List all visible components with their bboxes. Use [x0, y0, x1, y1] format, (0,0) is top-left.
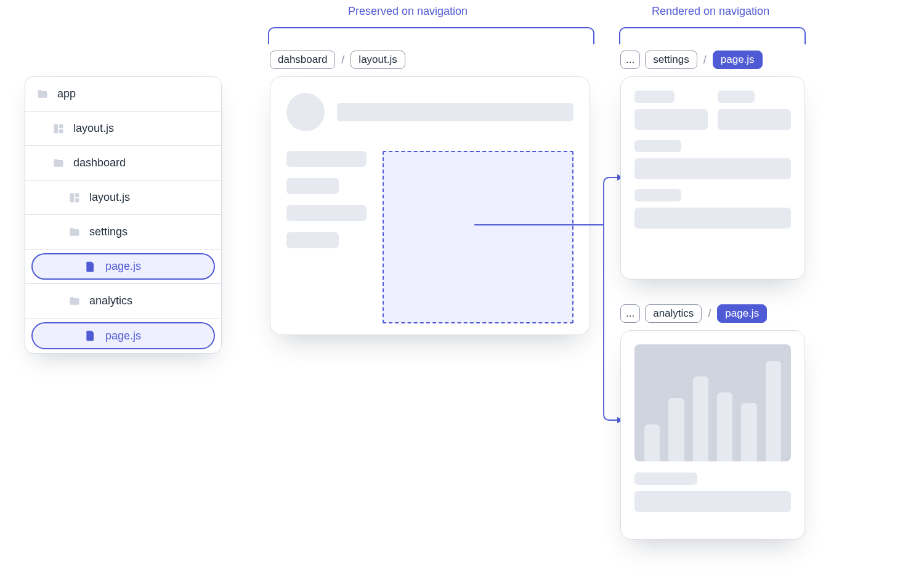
section-label-rendered: Rendered on navigation: [652, 5, 769, 18]
breadcrumb-segment-active: page.js: [713, 51, 763, 69]
layout-wireframe: [270, 76, 590, 335]
section-label-preserved: Preserved on navigation: [348, 5, 468, 18]
breadcrumb-segment: dahsboard: [270, 51, 335, 69]
breadcrumb-separator: /: [708, 307, 711, 320]
folder-icon: [52, 157, 65, 169]
folder-icon: [68, 295, 81, 307]
chart-bar: [766, 361, 781, 461]
chart-bar: [693, 376, 708, 461]
folder-icon: [36, 88, 49, 100]
chart-bar: [717, 392, 732, 461]
breadcrumb-settings: ... settings / page.js: [620, 51, 763, 69]
settings-wireframe: [620, 76, 805, 280]
svg-rect-0: [54, 124, 59, 133]
bracket-preserved: [268, 27, 594, 44]
svg-rect-1: [59, 124, 63, 128]
file-tree-item: settings: [25, 215, 221, 249]
svg-rect-2: [59, 129, 63, 133]
breadcrumb-segment: analytics: [645, 304, 702, 323]
chart-bar: [668, 398, 684, 461]
file-tree: app layout.js dashboard layout.js settin…: [25, 76, 222, 354]
breadcrumb-separator: /: [341, 54, 344, 67]
page-icon: [84, 261, 97, 273]
file-tree-item-selected: page.js: [25, 249, 221, 284]
breadcrumb-segment: layout.js: [351, 51, 405, 69]
wireframe-text: [634, 491, 791, 512]
breadcrumb-separator: /: [703, 54, 707, 67]
svg-rect-5: [75, 198, 79, 202]
page-icon: [84, 330, 97, 342]
file-tree-item: analytics: [25, 284, 221, 318]
file-tree-item-selected: page.js: [25, 318, 221, 353]
svg-rect-4: [75, 193, 79, 197]
file-label: dashboard: [73, 156, 126, 169]
layout-icon: [52, 123, 65, 135]
file-tree-item: layout.js: [25, 180, 221, 215]
wireframe-nav-item: [286, 151, 367, 167]
wireframe-nav-item: [286, 205, 367, 221]
breadcrumb-analytics: ... analytics / page.js: [620, 304, 767, 323]
breadcrumb-ellipsis: ...: [620, 304, 640, 323]
analytics-wireframe: [620, 330, 805, 540]
breadcrumb-layout: dahsboard / layout.js: [270, 51, 405, 69]
chart-bar: [644, 424, 660, 461]
layout-icon: [68, 192, 81, 204]
folder-icon: [68, 226, 81, 238]
file-label: page.js: [105, 260, 141, 273]
breadcrumb-segment: settings: [645, 51, 697, 69]
file-tree-item: layout.js: [25, 112, 221, 146]
file-label: analytics: [89, 294, 132, 307]
wireframe-nav-item: [286, 232, 339, 248]
wireframe-sidebar: [286, 151, 367, 318]
file-label: page.js: [105, 330, 141, 343]
file-label: layout.js: [73, 122, 114, 135]
wireframe-avatar: [286, 93, 325, 131]
bracket-rendered: [619, 27, 806, 44]
breadcrumb-ellipsis: ...: [620, 51, 640, 69]
layout-children-slot: [383, 151, 573, 323]
file-tree-item: dashboard: [25, 146, 221, 180]
wireframe-text: [634, 472, 697, 485]
breadcrumb-segment-active: page.js: [717, 304, 767, 323]
svg-rect-3: [70, 193, 75, 202]
wireframe-title: [337, 103, 573, 121]
file-label: layout.js: [89, 191, 130, 204]
chart-bar: [741, 403, 756, 461]
file-tree-root: app: [25, 77, 221, 112]
wireframe-nav-item: [286, 178, 339, 194]
file-label: settings: [89, 225, 128, 238]
analytics-bar-chart: [634, 344, 791, 461]
file-tree-root-label: app: [57, 87, 76, 100]
